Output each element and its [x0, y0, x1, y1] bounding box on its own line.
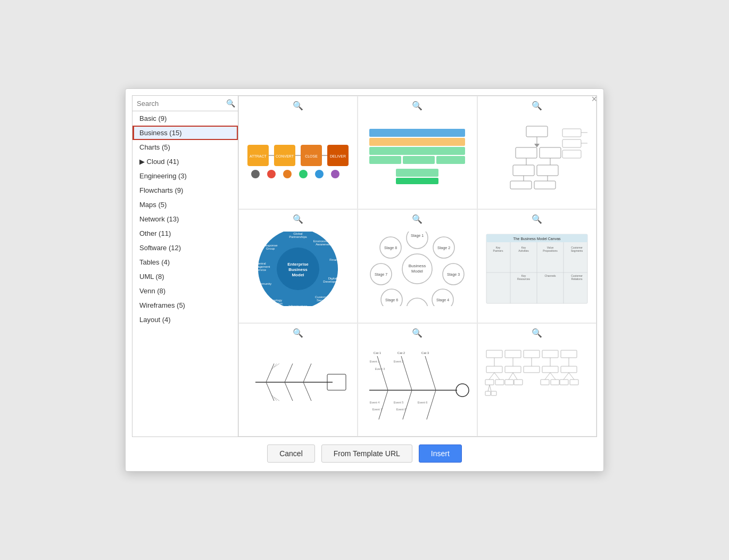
svg-text:Resources: Resources	[517, 277, 530, 281]
svg-rect-157	[542, 366, 558, 373]
svg-point-118	[456, 384, 469, 397]
svg-rect-33	[537, 165, 558, 176]
svg-text:Cat 3: Cat 3	[421, 351, 429, 355]
template-item[interactable]: 🔍 ATTRACT CONVERT CLOSE DELIVER	[238, 96, 358, 209]
svg-text:Stage 1: Stage 1	[411, 234, 424, 238]
svg-rect-38	[562, 129, 581, 137]
template-item[interactable]: 🔍	[477, 96, 597, 209]
template-preview: Cat 1 Cat 2 Cat 3 Event 1 Event 3 Event …	[363, 345, 471, 419]
svg-text:Propositions: Propositions	[543, 249, 558, 252]
close-button[interactable]: ×	[591, 94, 597, 104]
svg-text:Stage 3: Stage 3	[447, 273, 460, 277]
sidebar-item-other[interactable]: Other (11)	[132, 226, 238, 241]
svg-text:CLOSE: CLOSE	[305, 154, 318, 158]
svg-rect-39	[562, 139, 581, 147]
svg-rect-146	[524, 366, 540, 373]
sidebar-item-charts[interactable]: Charts (5)	[132, 140, 238, 154]
svg-rect-138	[524, 350, 540, 358]
sidebar-item-cloud[interactable]: ▶ Cloud (41)	[132, 154, 238, 169]
insert-button[interactable]: Insert	[419, 444, 462, 463]
svg-rect-19	[369, 147, 465, 155]
template-item[interactable]: 🔍 Cat 1 Cat 2 Cat 3	[358, 323, 477, 437]
sidebar-item-software[interactable]: Software (12)	[132, 241, 238, 255]
svg-text:Partnerships: Partnerships	[289, 235, 307, 238]
template-item[interactable]: 🔍 The Business Model Canvas	[477, 209, 597, 323]
svg-rect-31	[513, 165, 534, 176]
svg-line-129	[401, 390, 412, 419]
svg-rect-17	[369, 129, 465, 137]
svg-rect-24	[396, 178, 438, 184]
svg-text:Stage 7: Stage 7	[375, 273, 387, 277]
svg-text:Group: Group	[266, 247, 275, 250]
svg-text:Development: Development	[323, 280, 342, 283]
search-icon: 🔍	[226, 99, 235, 108]
sidebar-item-tables[interactable]: Tables (4)	[132, 255, 238, 269]
svg-line-107	[266, 364, 274, 382]
svg-line-114	[274, 364, 279, 367]
svg-marker-27	[534, 144, 540, 147]
svg-point-10	[283, 170, 292, 178]
template-preview: Business Model Stage 1 Stage 2 Stage 3 S…	[363, 232, 471, 306]
svg-line-161	[564, 373, 569, 380]
svg-text:The Business Model Canvas: The Business Model Canvas	[513, 237, 561, 241]
template-item[interactable]: 🔍	[477, 323, 597, 437]
from-template-url-button[interactable]: From Template URL	[321, 444, 412, 463]
magnify-icon: 🔍	[293, 101, 303, 111]
svg-text:Relations: Relations	[571, 277, 582, 281]
svg-text:Certification: Certification	[266, 302, 283, 305]
sidebar-item-engineering[interactable]: Engineering (3)	[132, 169, 238, 183]
svg-rect-153	[505, 380, 513, 385]
cancel-button[interactable]: Cancel	[267, 444, 315, 463]
template-preview	[483, 345, 591, 419]
svg-line-109	[303, 364, 311, 382]
svg-line-110	[266, 382, 274, 401]
svg-rect-28	[516, 147, 537, 158]
sidebar-item-flowcharts[interactable]: Flowcharts (9)	[132, 183, 238, 197]
sidebar-item-wireframes[interactable]: Wireframes (5)	[132, 298, 238, 312]
svg-rect-22	[436, 156, 465, 164]
svg-point-77	[407, 298, 428, 306]
svg-text:Stage 6: Stage 6	[385, 298, 398, 302]
sidebar-item-network[interactable]: Network (13)	[132, 212, 238, 226]
svg-line-108	[285, 364, 293, 382]
template-preview	[483, 118, 591, 193]
sidebar-item-business[interactable]: Business (15)	[132, 126, 238, 140]
svg-rect-37	[534, 181, 556, 189]
svg-rect-169	[485, 391, 491, 396]
svg-line-115	[271, 394, 277, 401]
svg-text:Cat 1: Cat 1	[374, 351, 382, 355]
template-item[interactable]: 🔍	[238, 323, 358, 437]
svg-text:Event 2: Event 2	[394, 360, 404, 363]
svg-text:Stage 2: Stage 2	[437, 246, 450, 250]
svg-line-113	[271, 364, 277, 370]
svg-line-150	[513, 373, 517, 380]
svg-point-12	[315, 170, 324, 178]
template-item[interactable]: 🔍 Business Model Stage 1 Stage 2	[358, 209, 477, 323]
template-item[interactable]: 🔍	[358, 96, 477, 209]
svg-line-116	[274, 397, 279, 401]
svg-line-147	[489, 373, 494, 380]
svg-text:DELIVER: DELIVER	[330, 154, 346, 158]
sidebar-item-layout[interactable]: Layout (4)	[132, 312, 238, 327]
sidebar-item-basic[interactable]: Basic (9)	[132, 111, 238, 126]
magnify-icon: 🔍	[532, 214, 542, 224]
svg-rect-35	[510, 181, 532, 189]
svg-text:Event 5: Event 5	[394, 401, 404, 404]
svg-rect-21	[403, 156, 435, 164]
svg-text:Awareness: Awareness	[316, 243, 332, 246]
template-item[interactable]: 🔍 Enterprise Business Model Global Partn…	[238, 209, 358, 323]
svg-point-75	[432, 289, 453, 306]
svg-rect-18	[369, 138, 465, 146]
sidebar-item-maps[interactable]: Maps (5)	[132, 197, 238, 212]
svg-rect-163	[541, 380, 549, 385]
svg-line-168	[490, 385, 491, 391]
dialog-body: 🔍 Basic (9)Business (15)Charts (5)▶ Clou…	[126, 89, 603, 437]
template-preview: The Business Model Canvas Key Partners K…	[483, 232, 591, 306]
svg-rect-25	[526, 126, 548, 137]
svg-text:ATTRACT: ATTRACT	[250, 154, 267, 158]
search-input[interactable]	[137, 100, 226, 108]
sidebar-item-uml[interactable]: UML (8)	[132, 269, 238, 284]
svg-rect-158	[561, 366, 577, 373]
svg-line-148	[494, 373, 500, 380]
sidebar-item-venn[interactable]: Venn (8)	[132, 284, 238, 298]
